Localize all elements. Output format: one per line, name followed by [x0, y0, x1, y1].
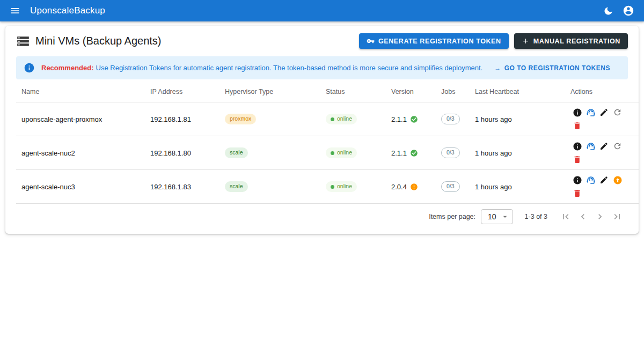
key-icon [367, 37, 375, 45]
agent-name: uponscale-agent-proxmox [16, 102, 145, 136]
info-icon [24, 62, 35, 73]
refresh-icon[interactable] [611, 106, 624, 119]
info-action-icon[interactable] [570, 173, 584, 187]
items-per-page-select[interactable]: 10 [481, 209, 513, 224]
edit-icon[interactable] [597, 173, 611, 187]
items-per-page-value: 10 [488, 212, 496, 221]
delete-icon[interactable] [570, 119, 584, 132]
card-header: Mini VMs (Backup Agents) GENERATE REGIST… [16, 33, 628, 49]
account-icon[interactable] [620, 3, 636, 19]
manual-registration-label: MANUAL REGISTRATION [533, 38, 620, 45]
banner-emphasis: Recommended: [41, 64, 94, 72]
plus-icon [522, 37, 530, 45]
manual-registration-button[interactable]: MANUAL REGISTRATION [514, 33, 628, 49]
table-row: uponscale-agent-proxmox 192.168.1.81 pro… [16, 102, 639, 136]
table-row: agent-scale-nuc2 192.168.1.80 scale onli… [16, 136, 639, 170]
items-per-page-label: Items per page: [429, 213, 475, 220]
support-agent-icon[interactable] [584, 173, 597, 187]
header-ip: IP Address [145, 85, 219, 102]
recommendation-banner: Recommended:Use Registration Tokens for … [16, 56, 628, 79]
header-heartbeat: Last Heartbeat [470, 85, 565, 102]
menu-icon[interactable] [8, 3, 23, 18]
version-warning-icon [410, 183, 418, 191]
delete-icon[interactable] [570, 187, 584, 200]
support-agent-icon[interactable] [584, 139, 597, 153]
agent-ip: 192.168.1.83 [145, 170, 219, 204]
status-chip: online [326, 114, 357, 124]
agent-heartbeat: 1 hours ago [470, 102, 565, 136]
agent-version: 2.1.1 [391, 115, 407, 123]
previous-page-icon[interactable] [576, 210, 590, 224]
header-jobs: Jobs [436, 85, 470, 102]
version-ok-icon [410, 115, 418, 123]
jobs-chip: 0/3 [441, 114, 460, 124]
agent-name: agent-scale-nuc3 [16, 170, 145, 204]
header-actions: Actions [565, 85, 639, 102]
hypervisor-chip: scale [225, 181, 248, 192]
go-to-tokens-link[interactable]: → GO TO REGISTRATION TOKENS [494, 64, 610, 72]
dark-mode-icon[interactable] [600, 3, 616, 19]
app-title: UponscaleBackup [30, 5, 105, 16]
refresh-icon[interactable] [611, 139, 624, 153]
agent-heartbeat: 1 hours ago [470, 136, 565, 170]
agent-heartbeat: 1 hours ago [470, 170, 565, 204]
info-action-icon[interactable] [570, 139, 584, 153]
online-dot-icon [331, 185, 334, 189]
agent-version: 2.1.1 [391, 149, 407, 157]
agent-ip: 192.168.1.80 [145, 136, 219, 170]
delete-icon[interactable] [570, 153, 584, 166]
header-name: Name [16, 85, 145, 102]
status-chip: online [326, 181, 357, 192]
online-dot-icon [331, 151, 334, 155]
chevron-down-icon [501, 212, 509, 221]
page-title: Mini VMs (Backup Agents) [35, 35, 162, 47]
status-chip: online [326, 147, 357, 158]
pagination-range: 1-3 of 3 [525, 213, 547, 220]
table-row: agent-scale-nuc3 192.168.1.83 scale onli… [16, 170, 639, 204]
pagination-bar: Items per page: 10 1-3 of 3 [16, 204, 628, 228]
arrow-right-icon: → [494, 64, 501, 72]
banner-message: Recommended:Use Registration Tokens for … [41, 64, 482, 72]
version-ok-icon [410, 149, 418, 157]
next-page-icon[interactable] [593, 210, 607, 224]
support-agent-icon[interactable] [584, 106, 597, 119]
storage-icon [16, 34, 30, 48]
go-to-tokens-label: GO TO REGISTRATION TOKENS [504, 64, 610, 72]
agents-card: Mini VMs (Backup Agents) GENERATE REGIST… [5, 26, 639, 234]
info-action-icon[interactable] [570, 106, 584, 119]
jobs-chip: 0/3 [441, 147, 460, 158]
hypervisor-chip: proxmox [225, 114, 256, 124]
agent-name: agent-scale-nuc2 [16, 136, 145, 170]
table-header-row: Name IP Address Hypervisor Type Status V… [16, 85, 639, 102]
hypervisor-chip: scale [225, 147, 248, 158]
header-status: Status [320, 85, 386, 102]
first-page-icon[interactable] [559, 210, 573, 224]
agent-version: 2.0.4 [391, 183, 407, 191]
app-bar: UponscaleBackup [0, 0, 644, 21]
last-page-icon[interactable] [610, 210, 624, 224]
update-available-icon[interactable] [611, 173, 624, 187]
edit-icon[interactable] [597, 139, 611, 153]
generate-token-label: GENERATE REGISTRATION TOKEN [378, 38, 501, 45]
online-dot-icon [331, 117, 334, 121]
jobs-chip: 0/3 [441, 181, 460, 192]
generate-token-button[interactable]: GENERATE REGISTRATION TOKEN [359, 33, 509, 49]
agent-ip: 192.168.1.81 [145, 102, 219, 136]
edit-icon[interactable] [597, 106, 611, 119]
agents-table: Name IP Address Hypervisor Type Status V… [16, 85, 639, 204]
header-version: Version [386, 85, 436, 102]
header-hypervisor: Hypervisor Type [219, 85, 320, 102]
